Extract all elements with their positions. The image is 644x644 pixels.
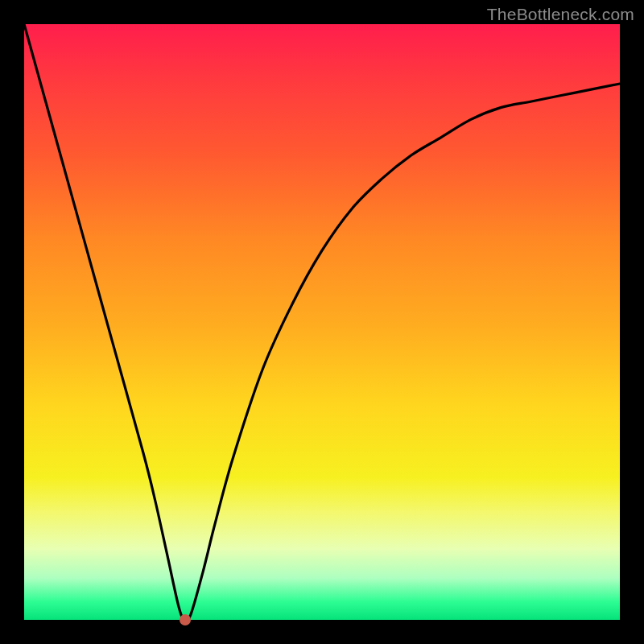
bottleneck-curve (24, 24, 620, 620)
watermark-text: TheBottleneck.com (487, 5, 634, 24)
curve-path (24, 24, 620, 621)
chart-frame: TheBottleneck.com (0, 0, 644, 644)
minimum-marker (180, 614, 191, 625)
plot-area (24, 24, 620, 620)
